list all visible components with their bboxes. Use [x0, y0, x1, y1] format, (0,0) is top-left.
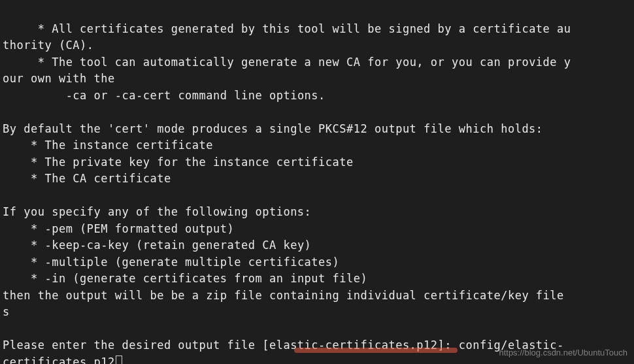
- terminal-cursor: [116, 356, 122, 365]
- output-line: our own with the: [3, 72, 115, 85]
- output-line: * -pem (PEM formatted output): [3, 222, 234, 235]
- terminal-prompt: Please enter the desired output file [el…: [3, 339, 459, 352]
- output-line: If you specify any of the following opti…: [3, 205, 311, 218]
- output-line: * The private key for the instance certi…: [3, 156, 354, 169]
- output-line: * The instance certificate: [3, 139, 213, 152]
- output-line: thority (CA).: [3, 39, 94, 52]
- terminal-output: * All certificates generated by this too…: [3, 4, 631, 364]
- output-line: By default the 'cert' mode produces a si…: [3, 122, 543, 135]
- output-line: * -keep-ca-key (retain generated CA key): [3, 239, 311, 252]
- output-line: then the output will be be a zip file co…: [3, 289, 564, 302]
- output-line: * -multiple (generate multiple certifica…: [3, 256, 339, 269]
- output-line: * The CA certificate: [3, 172, 171, 185]
- output-line: * The tool can automatically generate a …: [3, 56, 571, 69]
- output-line: -ca or -ca-cert command line options.: [3, 89, 325, 102]
- output-line: s: [3, 305, 10, 318]
- watermark: https://blog.csdn.net/UbuntuTouch: [499, 346, 627, 359]
- output-line: * -in (generate certificates from an inp…: [3, 272, 367, 285]
- output-line: * All certificates generated by this too…: [3, 22, 571, 35]
